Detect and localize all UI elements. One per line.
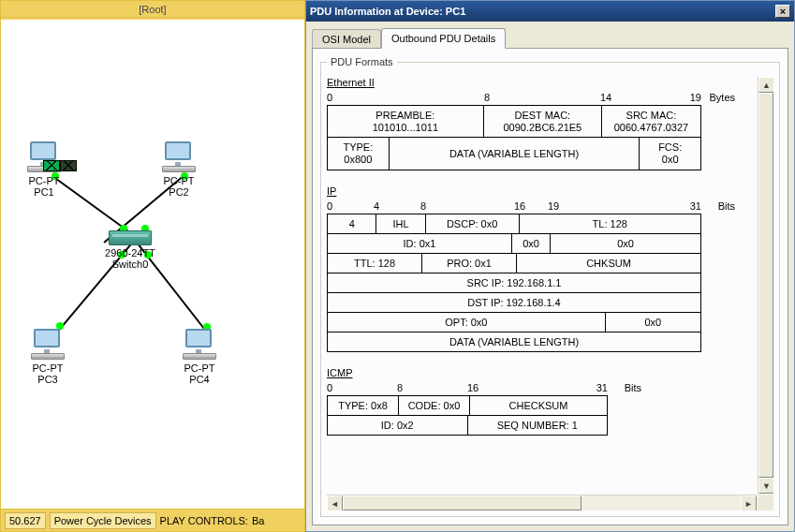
pdu-formats-legend: PDU Formats xyxy=(327,56,397,67)
device-label: PC1 xyxy=(16,186,72,198)
pdu-envelope-icon[interactable] xyxy=(60,160,77,171)
ip-title: IP xyxy=(327,185,757,197)
destmac-label: DEST MAC: xyxy=(486,110,599,122)
bits-label: Bits xyxy=(718,200,735,212)
icmp-seq: SEQ NUMBER: 1 xyxy=(468,416,608,435)
panel-titlebar[interactable]: PDU Information at Device: PC1 × xyxy=(306,1,794,22)
preamble-label: PREAMBLE: xyxy=(330,110,481,122)
ip-srcip: SRC IP: 192.168.1.1 xyxy=(328,273,700,292)
power-cycle-button[interactable]: Power Cycle Devices xyxy=(50,512,156,529)
device-type: PC-PT xyxy=(171,362,228,374)
ip-version: 4 xyxy=(328,214,376,233)
scroll-left-icon[interactable]: ◄ xyxy=(327,495,343,510)
device-type: PC-PT xyxy=(16,175,72,186)
preamble-value: 101010...1011 xyxy=(330,122,481,134)
type-label: TYPE: xyxy=(330,141,387,154)
topology-canvas[interactable]: PC-PT PC1 PC-PT PC2 2960-24TT Switch0 PC… xyxy=(1,18,304,509)
scroll-thumb[interactable] xyxy=(758,93,773,478)
bit-ruler: 0 8 16 31 Bits xyxy=(327,382,608,395)
ruler-mark: 0 xyxy=(327,200,332,212)
ruler-mark: 16 xyxy=(467,382,478,393)
ip-id: ID: 0x1 xyxy=(328,234,512,253)
pc-icon xyxy=(183,329,216,361)
ip-data: DATA (VARIABLE LENGTH) xyxy=(328,332,700,351)
pdu-scrollarea[interactable]: Ethernet II 0 8 14 19 Bytes PREAMBLE: 10… xyxy=(327,77,773,510)
icmp-code: CODE: 0x0 xyxy=(399,396,470,415)
device-pc4[interactable]: PC-PT PC4 xyxy=(171,329,228,385)
icmp-title: ICMP xyxy=(327,367,757,378)
device-label: Switch0 xyxy=(93,259,168,270)
device-pc3[interactable]: PC-PT PC3 xyxy=(20,329,76,385)
ruler-mark: 31 xyxy=(596,382,608,393)
ruler-mark: 31 xyxy=(690,200,701,212)
workspace-footer: 50.627 Power Cycle Devices PLAY CONTROLS… xyxy=(1,509,304,531)
ruler-mark: 8 xyxy=(484,92,490,103)
ip-frame: 4 IHL DSCP: 0x0 TL: 128 ID: 0x1 0x0 0x0 … xyxy=(327,214,701,352)
ruler-mark: 0 xyxy=(327,92,332,103)
tabs: OSI Model Outbound PDU Details xyxy=(306,22,794,48)
footer-clipped: Ba xyxy=(252,515,264,526)
ip-ttl: TTL: 128 xyxy=(328,254,422,273)
scroll-up-icon[interactable]: ▲ xyxy=(758,77,773,93)
close-icon[interactable]: × xyxy=(775,5,790,18)
scroll-down-icon[interactable]: ▼ xyxy=(758,478,773,494)
pc-icon xyxy=(162,141,196,173)
ruler-mark: 8 xyxy=(397,382,403,393)
pdu-envelope-icon[interactable] xyxy=(43,160,60,171)
ruler-mark: 8 xyxy=(420,200,426,212)
tab-content: PDU Formats Ethernet II 0 8 14 19 Bytes xyxy=(312,48,788,525)
pc-icon xyxy=(31,329,65,361)
device-switch0[interactable]: 2960-24TT Switch0 xyxy=(93,230,168,270)
scroll-thumb[interactable] xyxy=(343,495,582,510)
device-type: PC-PT xyxy=(151,175,207,186)
ruler-mark: 14 xyxy=(600,92,611,103)
icmp-id: ID: 0x2 xyxy=(328,416,468,435)
icmp-type: TYPE: 0x8 xyxy=(328,396,399,415)
bit-ruler: 0 4 8 16 19 31 Bits xyxy=(327,200,701,214)
destmac-value: 0090.2BC6.21E5 xyxy=(486,122,599,134)
play-controls-label: PLAY CONTROLS: xyxy=(160,515,248,526)
ruler-mark: 4 xyxy=(374,200,379,212)
ip-padding: 0x0 xyxy=(606,313,700,332)
ip-dstip: DST IP: 192.168.1.4 xyxy=(328,293,700,312)
ip-section: IP 0 4 8 16 19 31 Bits 4 IHL xyxy=(327,185,757,352)
ruler-mark: 0 xyxy=(327,382,332,393)
device-pc2[interactable]: PC-PT PC2 xyxy=(151,141,207,198)
icmp-frame: TYPE: 0x8 CODE: 0x0 CHECKSUM ID: 0x2 SEQ… xyxy=(327,395,608,436)
ethernet-title: Ethernet II xyxy=(327,77,757,88)
ruler-mark: 19 xyxy=(690,92,701,103)
panel-title: PDU Information at Device: PC1 xyxy=(310,6,465,17)
byte-ruler: 0 8 14 19 Bytes xyxy=(327,92,701,105)
ip-options: OPT: 0x0 xyxy=(328,313,606,332)
pdu-info-panel: PDU Information at Device: PC1 × OSI Mod… xyxy=(305,0,795,532)
vertical-scrollbar[interactable]: ▲ ▼ xyxy=(758,77,773,494)
srcmac-label: SRC MAC: xyxy=(604,110,699,122)
ip-ihl: IHL xyxy=(376,214,425,233)
device-type: PC-PT xyxy=(20,362,76,374)
ethernet-section: Ethernet II 0 8 14 19 Bytes PREAMBLE: 10… xyxy=(327,77,757,170)
ruler-mark: 19 xyxy=(548,200,559,212)
device-type: 2960-24TT xyxy=(93,247,168,259)
eth-data: DATA (VARIABLE LENGTH) xyxy=(390,138,640,170)
ip-checksum: CHKSUM xyxy=(517,254,700,273)
icmp-section: ICMP 0 8 16 31 Bits TYPE: 0x8 CODE: 0x0 … xyxy=(327,367,757,436)
device-label: PC2 xyxy=(151,186,207,198)
pdu-formats-group: PDU Formats Ethernet II 0 8 14 19 Bytes xyxy=(320,56,780,517)
tab-outbound-pdu[interactable]: Outbound PDU Details xyxy=(381,28,506,49)
scroll-right-icon[interactable]: ► xyxy=(741,495,757,510)
sim-time: 50.627 xyxy=(5,512,46,529)
device-label: PC3 xyxy=(20,374,76,385)
fcs-value: 0x0 xyxy=(641,154,699,166)
fcs-label: FCS: xyxy=(641,141,699,154)
ruler-mark: 16 xyxy=(514,200,525,212)
workspace-title: [Root] xyxy=(1,1,304,18)
ip-flags: 0x0 xyxy=(512,234,551,253)
ip-fragoff: 0x0 xyxy=(551,234,700,253)
bits-label: Bits xyxy=(625,382,641,393)
switch-icon xyxy=(109,230,152,245)
horizontal-scrollbar[interactable]: ◄ ► xyxy=(327,495,757,510)
ip-tl: TL: 128 xyxy=(520,214,701,233)
type-value: 0x800 xyxy=(330,154,387,166)
workspace: [Root] PC-PT PC1 PC-PT PC2 2960-24TT Swi xyxy=(0,0,305,532)
tab-osi-model[interactable]: OSI Model xyxy=(312,29,381,50)
